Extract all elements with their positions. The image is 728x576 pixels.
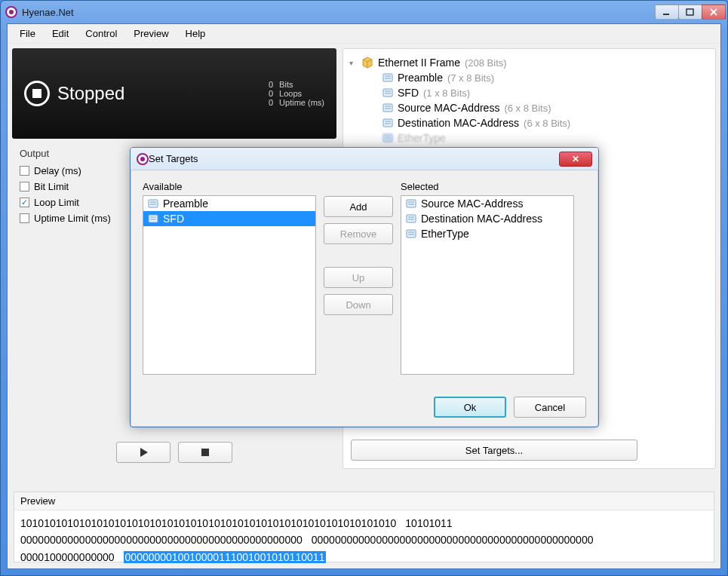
tree-root[interactable]: ▾ Ethernet II Frame (208 Bits) bbox=[349, 55, 709, 70]
svg-rect-3 bbox=[687, 9, 693, 15]
preview-segment[interactable]: 0000000000000000000000000000000000000000… bbox=[20, 534, 303, 546]
svg-rect-22 bbox=[149, 200, 158, 207]
tree-item[interactable]: Destination MAC-Address (6 x 8 Bits) bbox=[382, 115, 709, 130]
cancel-button[interactable]: Cancel bbox=[514, 397, 586, 418]
maximize-button[interactable] bbox=[678, 5, 702, 20]
preview-segment[interactable]: 10101011 bbox=[405, 517, 452, 529]
status-text: Stopped bbox=[57, 83, 124, 104]
ok-button[interactable]: Ok bbox=[434, 397, 506, 418]
available-label: Available bbox=[143, 181, 316, 192]
down-button[interactable]: Down bbox=[324, 294, 393, 315]
status-stats: 0Bits 0Loops 0Uptime (ms) bbox=[250, 80, 324, 107]
checkbox-delay[interactable] bbox=[20, 166, 29, 176]
dialog-close-button[interactable]: ✕ bbox=[559, 152, 592, 167]
checkbox-bitlimit[interactable] bbox=[20, 182, 29, 191]
dialog-app-icon bbox=[137, 153, 149, 165]
play-button[interactable] bbox=[116, 442, 170, 463]
preview-segment[interactable]: 0000000000000000000000000000000000000000… bbox=[312, 534, 594, 546]
cube-icon bbox=[361, 57, 373, 69]
preview-body[interactable]: 1010101010101010101010101010101010101010… bbox=[14, 510, 714, 570]
selected-label: Selected bbox=[401, 181, 574, 192]
stop-icon bbox=[24, 81, 50, 106]
menu-file[interactable]: File bbox=[12, 26, 43, 41]
tree-item[interactable]: EtherType bbox=[382, 130, 709, 146]
svg-rect-2 bbox=[663, 14, 669, 15]
menu-edit[interactable]: Edit bbox=[45, 26, 76, 41]
list-item[interactable]: Destination MAC-Address bbox=[401, 211, 573, 226]
svg-rect-25 bbox=[149, 215, 158, 222]
svg-rect-34 bbox=[407, 230, 416, 237]
menu-preview[interactable]: Preview bbox=[126, 26, 176, 41]
svg-rect-11 bbox=[383, 104, 392, 112]
app-icon bbox=[5, 6, 17, 18]
expand-icon[interactable]: ▾ bbox=[349, 59, 357, 67]
svg-point-1 bbox=[9, 10, 14, 14]
svg-rect-28 bbox=[407, 200, 416, 207]
preview-segment[interactable]: 0000000010010000111001001010110011 bbox=[124, 551, 327, 563]
checkbox-uptimelimit[interactable] bbox=[20, 213, 29, 223]
set-targets-dialog: Set Targets ✕ Available PreambleSFD Add … bbox=[130, 147, 599, 427]
dialog-titlebar[interactable]: Set Targets ✕ bbox=[131, 148, 598, 170]
minimize-button[interactable] bbox=[655, 5, 679, 20]
svg-point-21 bbox=[140, 157, 145, 161]
remove-button[interactable]: Remove bbox=[324, 223, 393, 244]
svg-rect-4 bbox=[201, 449, 209, 456]
add-button[interactable]: Add bbox=[324, 196, 393, 217]
svg-rect-5 bbox=[383, 74, 392, 81]
list-item[interactable]: EtherType bbox=[401, 226, 573, 241]
svg-rect-31 bbox=[407, 215, 416, 222]
tree-item[interactable]: Preamble (7 x 8 Bits) bbox=[382, 70, 709, 85]
titlebar[interactable]: Hyenae.Net bbox=[1, 1, 727, 23]
up-button[interactable]: Up bbox=[324, 267, 393, 288]
selected-listbox[interactable]: Source MAC-AddressDestination MAC-Addres… bbox=[401, 195, 574, 375]
play-icon bbox=[139, 448, 148, 457]
dialog-title: Set Targets bbox=[149, 153, 559, 164]
menubar: File Edit Control Preview Help bbox=[8, 24, 720, 44]
svg-rect-17 bbox=[383, 134, 392, 142]
window-title: Hyenae.Net bbox=[22, 7, 656, 18]
status-panel: Stopped 0Bits 0Loops 0Uptime (ms) bbox=[12, 48, 336, 139]
list-item[interactable]: Preamble bbox=[143, 196, 315, 211]
available-listbox[interactable]: PreambleSFD bbox=[143, 195, 316, 375]
menu-control[interactable]: Control bbox=[78, 26, 124, 41]
preview-segment[interactable]: 0000100000000000 bbox=[20, 551, 115, 563]
checkbox-looplimit[interactable] bbox=[20, 198, 29, 207]
tree-item[interactable]: SFD (1 x 8 Bits) bbox=[382, 85, 709, 100]
preview-panel: Preview 10101010101010101010101010101010… bbox=[14, 492, 714, 562]
svg-rect-14 bbox=[383, 119, 392, 127]
stop-button[interactable] bbox=[178, 442, 232, 463]
svg-rect-8 bbox=[383, 89, 392, 97]
stop-square-icon bbox=[201, 448, 210, 457]
preview-segment[interactable]: 1010101010101010101010101010101010101010… bbox=[20, 517, 396, 529]
close-button[interactable] bbox=[702, 5, 726, 20]
set-targets-button[interactable]: Set Targets... bbox=[351, 440, 637, 461]
list-item[interactable]: SFD bbox=[143, 211, 315, 226]
tree-item[interactable]: Source MAC-Address (6 x 8 Bits) bbox=[382, 100, 709, 115]
menu-help[interactable]: Help bbox=[178, 26, 213, 41]
list-item[interactable]: Source MAC-Address bbox=[401, 196, 573, 211]
preview-heading: Preview bbox=[14, 492, 714, 510]
